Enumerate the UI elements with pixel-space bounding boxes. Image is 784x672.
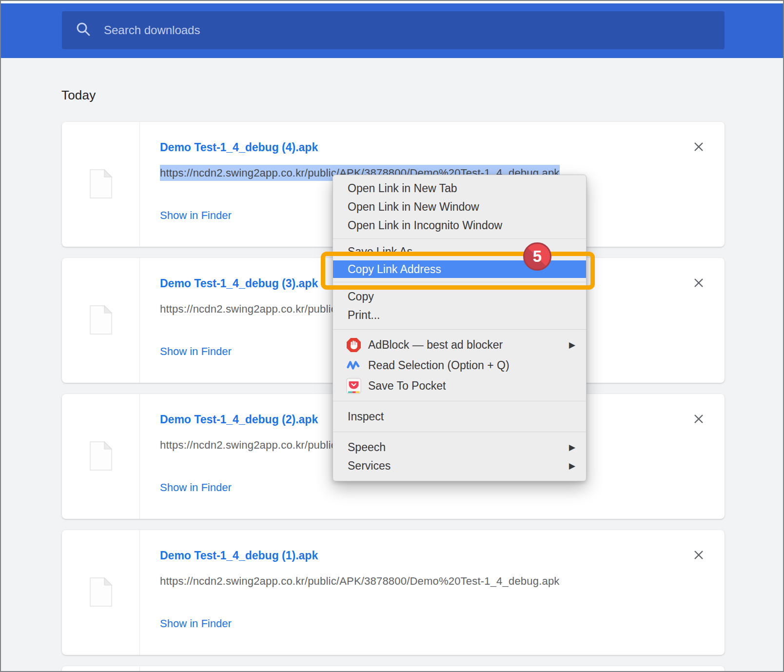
downloads-page: Today Demo Test-1_4_debug (4).apk https:… — [0, 0, 784, 672]
file-icon — [90, 577, 112, 609]
menu-item-print[interactable]: Print... — [333, 306, 586, 324]
menu-item-label: Services — [348, 459, 391, 473]
download-filename-link[interactable]: Demo Test-1_4_debug (4).apk — [160, 141, 318, 154]
downloads-toolbar — [1, 3, 783, 58]
menu-item-open-link-new-window[interactable]: Open Link in New Window — [333, 198, 586, 216]
file-icon — [90, 305, 112, 336]
menu-item-save-to-pocket[interactable]: Save To Pocket — [333, 376, 586, 396]
menu-item-open-link-new-tab[interactable]: Open Link in New Tab — [333, 179, 586, 198]
search-box[interactable] — [62, 11, 725, 49]
menu-item-inspect[interactable]: Inspect — [333, 407, 586, 426]
close-icon[interactable] — [691, 412, 706, 426]
context-menu: Open Link in New Tab Open Link in New Wi… — [333, 175, 587, 481]
search-input[interactable] — [104, 23, 715, 37]
menu-item-open-link-incognito[interactable]: Open Link in Incognito Window — [333, 216, 586, 235]
card-divider — [139, 530, 140, 655]
download-url: https://ncdn2.swing2app.co.kr/public/APK… — [160, 575, 560, 588]
menu-item-copy-link-address[interactable]: Copy Link Address — [333, 260, 586, 278]
file-icon — [90, 169, 112, 200]
adblock-icon — [346, 336, 361, 353]
menu-item-label: Read Selection (Option + Q) — [368, 359, 510, 372]
card-divider — [139, 258, 140, 383]
show-in-finder-link[interactable]: Show in Finder — [160, 209, 232, 222]
submenu-arrow-icon: ▶ — [569, 340, 575, 350]
menu-item-speech[interactable]: Speech ▶ — [333, 438, 586, 456]
menu-item-label: Save To Pocket — [368, 379, 446, 393]
menu-item-copy[interactable]: Copy — [333, 287, 586, 306]
download-filename-link[interactable]: Demo Test-1_4_debug (1).apk — [160, 549, 318, 562]
close-icon[interactable] — [691, 276, 706, 290]
show-in-finder-link[interactable]: Show in Finder — [160, 481, 232, 494]
card-divider — [139, 122, 140, 247]
close-icon[interactable] — [691, 548, 706, 562]
menu-item-read-selection[interactable]: Read Selection (Option + Q) — [333, 355, 586, 376]
section-label-today: Today — [61, 88, 96, 103]
download-card: Demo Test-1_4_debug (1).apk https://ncdn… — [62, 530, 725, 655]
read-selection-icon — [346, 357, 361, 374]
file-icon — [90, 441, 112, 473]
pocket-icon — [346, 377, 361, 394]
close-icon[interactable] — [691, 139, 706, 154]
show-in-finder-link[interactable]: Show in Finder — [160, 345, 232, 358]
menu-item-services[interactable]: Services ▶ — [333, 456, 586, 475]
show-in-finder-link[interactable]: Show in Finder — [160, 617, 232, 630]
menu-item-label: AdBlock — best ad blocker — [368, 338, 503, 352]
card-divider — [139, 666, 140, 672]
submenu-arrow-icon: ▶ — [569, 461, 575, 471]
download-filename-link[interactable]: Demo Test-1_4_debug (2).apk — [160, 413, 318, 426]
menu-item-adblock[interactable]: AdBlock — best ad blocker ▶ — [333, 335, 586, 355]
card-divider — [139, 394, 140, 519]
search-icon — [76, 21, 91, 39]
menu-item-label: Speech — [348, 441, 386, 454]
menu-item-save-link-as[interactable]: Save Link As... — [333, 243, 586, 260]
download-filename-link[interactable]: Demo Test-1_4_debug (3).apk — [160, 277, 318, 290]
download-card — [62, 666, 725, 672]
submenu-arrow-icon: ▶ — [569, 442, 575, 453]
